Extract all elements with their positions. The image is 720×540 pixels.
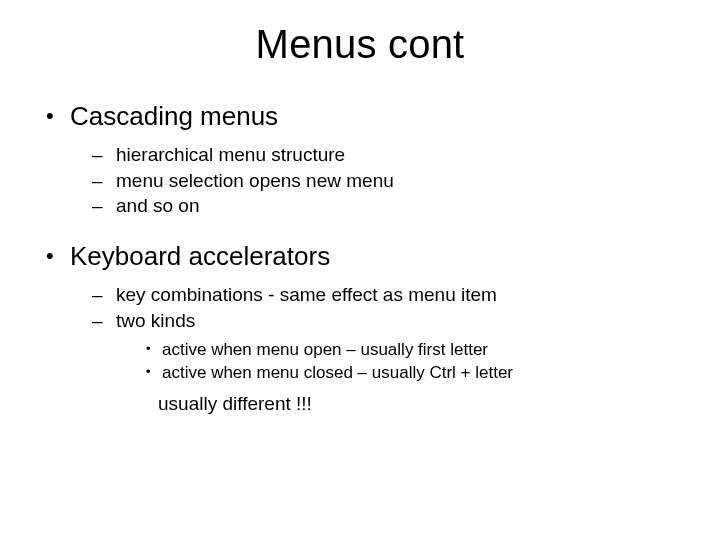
bullet-list-level1: Cascading menus hierarchical menu struct… bbox=[44, 101, 680, 417]
list-item: key combinations - same effect as menu i… bbox=[86, 282, 680, 308]
bullet-list-level2: hierarchical menu structure menu selecti… bbox=[70, 142, 680, 219]
slide: Menus cont Cascading menus hierarchical … bbox=[0, 22, 720, 540]
list-item: and so on bbox=[86, 193, 680, 219]
note-text: usually different !!! bbox=[158, 391, 680, 417]
bullet-list-level2: key combinations - same effect as menu i… bbox=[70, 282, 680, 417]
list-item-label: active when menu closed – usually Ctrl +… bbox=[162, 363, 513, 382]
list-item-label: Keyboard accelerators bbox=[70, 241, 330, 271]
list-item-label: hierarchical menu structure bbox=[116, 144, 345, 165]
slide-title: Menus cont bbox=[0, 22, 720, 67]
bullet-list-level3: active when menu open – usually first le… bbox=[116, 339, 680, 385]
slide-body: Cascading menus hierarchical menu struct… bbox=[44, 101, 680, 417]
list-item-label: menu selection opens new menu bbox=[116, 170, 394, 191]
list-item-label: key combinations - same effect as menu i… bbox=[116, 284, 497, 305]
list-item-label: Cascading menus bbox=[70, 101, 278, 131]
list-item: hierarchical menu structure bbox=[86, 142, 680, 168]
list-item-label: two kinds bbox=[116, 310, 195, 331]
list-item: Keyboard accelerators key combinations -… bbox=[44, 241, 680, 417]
list-item: menu selection opens new menu bbox=[86, 168, 680, 194]
list-item: two kinds active when menu open – usuall… bbox=[86, 308, 680, 417]
list-item-label: and so on bbox=[116, 195, 199, 216]
list-item: Cascading menus hierarchical menu struct… bbox=[44, 101, 680, 219]
list-item: active when menu closed – usually Ctrl +… bbox=[142, 362, 680, 385]
list-item-label: active when menu open – usually first le… bbox=[162, 340, 488, 359]
list-item: active when menu open – usually first le… bbox=[142, 339, 680, 362]
